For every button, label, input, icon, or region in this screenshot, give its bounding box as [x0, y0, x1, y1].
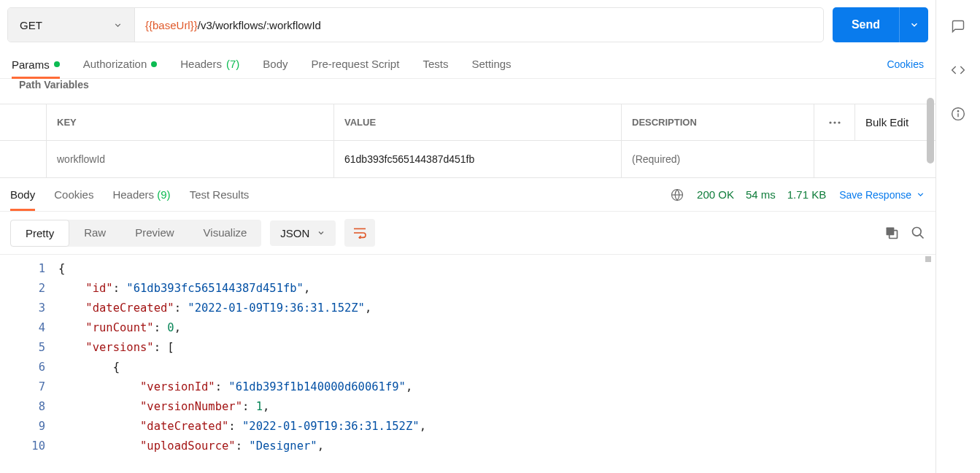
key-header: KEY — [47, 104, 334, 140]
view-visualize[interactable]: Visualize — [189, 220, 262, 247]
method-select[interactable]: GET — [8, 8, 135, 42]
svg-rect-8 — [887, 228, 895, 236]
value-header: VALUE — [334, 104, 622, 140]
tab-body[interactable]: Body — [263, 58, 288, 70]
scrollbar-thumb[interactable] — [927, 98, 934, 164]
search-icon[interactable] — [911, 226, 925, 240]
language-select[interactable]: JSON — [270, 220, 336, 246]
right-sidebar — [936, 0, 980, 473]
svg-point-1 — [833, 121, 836, 123]
cookies-link[interactable]: Cookies — [887, 58, 924, 70]
tab-authorization[interactable]: Authorization — [83, 58, 158, 70]
format-bar: Pretty Raw Preview Visualize JSON — [0, 212, 935, 255]
status-code: 200 OK — [697, 188, 734, 201]
view-raw[interactable]: Raw — [69, 220, 120, 247]
globe-icon[interactable] — [671, 188, 684, 201]
comments-icon[interactable] — [951, 19, 965, 34]
request-url-bar: GET {{baseUrl}}/v3/workflows/:workflowId — [7, 7, 824, 42]
status-time: 54 ms — [746, 188, 776, 201]
tab-params[interactable]: Params — [12, 50, 60, 79]
tab-tests[interactable]: Tests — [423, 58, 448, 70]
view-pretty[interactable]: Pretty — [10, 220, 69, 247]
tab-headers[interactable]: Headers (7) — [180, 58, 239, 70]
tab-response-headers[interactable]: Headers (9) — [112, 188, 170, 201]
svg-point-9 — [913, 228, 922, 236]
tab-prerequest[interactable]: Pre-request Script — [312, 58, 400, 70]
view-mode-group: Pretty Raw Preview Visualize — [10, 220, 261, 247]
info-icon[interactable] — [951, 107, 965, 121]
wrap-lines-button[interactable] — [344, 219, 375, 247]
tab-response-cookies[interactable]: Cookies — [54, 188, 93, 201]
active-dot-icon — [54, 61, 60, 67]
response-tabs: Body Cookies Headers (9) Test Results 20… — [0, 178, 935, 212]
minimap-indicator — [925, 256, 931, 262]
svg-line-10 — [920, 235, 924, 239]
send-button[interactable]: Send — [833, 7, 899, 42]
tab-test-results[interactable]: Test Results — [190, 188, 250, 201]
send-dropdown-button[interactable] — [899, 7, 928, 42]
copy-icon[interactable] — [884, 226, 899, 240]
request-tabs: Params Authorization Headers (7) Body Pr… — [0, 50, 935, 79]
url-path: /v3/workflows/:workflowId — [198, 19, 321, 31]
desc-header: DESCRIPTION — [622, 104, 814, 140]
path-variables-label: Path Variables — [0, 79, 935, 91]
url-variable: {{baseUrl}} — [145, 19, 198, 31]
status-size: 1.71 KB — [787, 188, 826, 201]
bulk-edit-button[interactable]: Bulk Edit — [855, 104, 935, 140]
key-cell[interactable]: workflowId — [47, 141, 334, 177]
checkbox-header — [0, 104, 47, 140]
desc-cell[interactable]: (Required) — [622, 141, 814, 177]
row-checkbox[interactable] — [0, 141, 47, 177]
code-icon[interactable] — [950, 63, 966, 77]
tab-response-body[interactable]: Body — [10, 178, 35, 211]
url-input[interactable]: {{baseUrl}}/v3/workflows/:workflowId — [135, 8, 823, 42]
save-response-button[interactable]: Save Response — [839, 189, 925, 201]
active-dot-icon — [151, 61, 157, 67]
response-body-viewer[interactable]: 12345678910 { "id": "61db393fc565144387d… — [0, 255, 935, 473]
view-preview[interactable]: Preview — [120, 220, 188, 247]
response-status: 200 OK 54 ms 1.71 KB — [697, 188, 826, 201]
chevron-down-icon — [113, 20, 123, 30]
code-content: { "id": "61db393fc565144387d451fb", "dat… — [58, 259, 935, 473]
svg-point-0 — [829, 121, 831, 123]
path-variables-table: KEY VALUE DESCRIPTION Bulk Edit workflow… — [0, 104, 935, 178]
tab-settings[interactable]: Settings — [471, 58, 511, 70]
svg-point-13 — [957, 111, 958, 112]
method-label: GET — [20, 19, 42, 31]
send-group: Send — [833, 7, 928, 42]
svg-point-2 — [838, 121, 840, 123]
table-row: workflowId 61db393fc565144387d451fb (Req… — [0, 141, 935, 177]
more-options-button[interactable] — [814, 104, 855, 140]
line-gutter: 12345678910 — [0, 259, 58, 473]
value-cell[interactable]: 61db393fc565144387d451fb — [334, 141, 622, 177]
